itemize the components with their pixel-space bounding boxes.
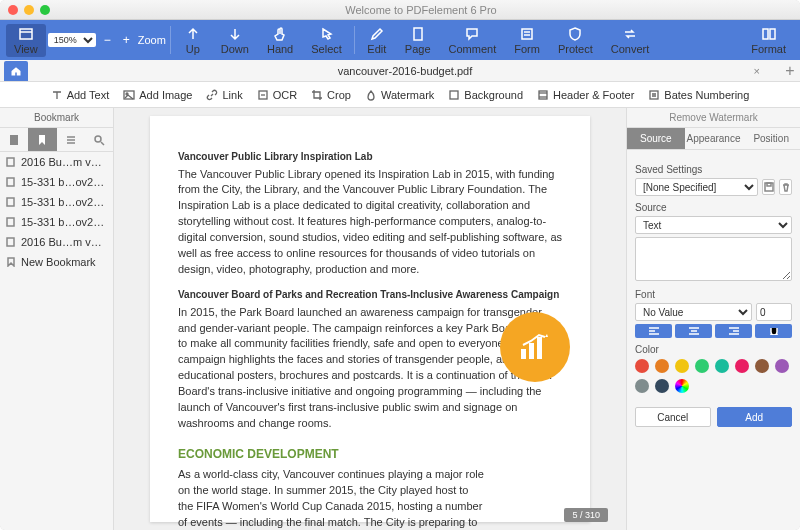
panel-title: Remove Watermark — [627, 108, 800, 128]
add-button[interactable]: Add — [717, 407, 793, 427]
main-toolbar: View 150% − + Zoom Up Down Hand Select E… — [0, 20, 800, 60]
down-button[interactable]: Down — [213, 24, 257, 57]
align-center-button[interactable] — [675, 324, 712, 338]
color-swatch[interactable] — [755, 359, 769, 373]
delete-preset-icon[interactable] — [779, 179, 792, 195]
color-label: Color — [635, 344, 792, 355]
underline-button[interactable] — [755, 324, 792, 338]
zoom-in-button[interactable]: + — [119, 33, 134, 47]
ocr-button[interactable]: OCR — [257, 89, 297, 101]
color-swatch[interactable] — [655, 359, 669, 373]
zoom-control: 150% − + Zoom — [48, 33, 166, 47]
svg-rect-19 — [7, 178, 14, 186]
document-tab[interactable]: vancouver-2016-budget.pdf × — [30, 65, 780, 77]
color-swatch[interactable] — [715, 359, 729, 373]
color-swatch[interactable] — [695, 359, 709, 373]
new-tab-button[interactable]: + — [780, 62, 800, 80]
select-button[interactable]: Select — [303, 24, 350, 57]
section-heading: Vancouver Public Library Inspiration Lab — [178, 150, 562, 165]
background-button[interactable]: Background — [448, 89, 523, 101]
watermark-button[interactable]: Watermark — [365, 89, 434, 101]
header-footer-button[interactable]: Header & Footer — [537, 89, 634, 101]
svg-rect-2 — [414, 28, 422, 40]
tab-appearance[interactable]: Appearance — [685, 128, 743, 149]
zoom-window[interactable] — [40, 5, 50, 15]
link-button[interactable]: Link — [206, 89, 242, 101]
source-select[interactable]: Text — [635, 216, 792, 234]
color-swatch[interactable] — [635, 379, 649, 393]
color-swatch[interactable] — [635, 359, 649, 373]
bookmark-item[interactable]: New Bookmark — [0, 252, 113, 272]
bookmark-item[interactable]: 15-331 b…ov24-04 — [0, 192, 113, 212]
sidebar-tab-search[interactable] — [85, 128, 113, 151]
svg-point-17 — [95, 136, 101, 142]
svg-rect-6 — [763, 29, 768, 39]
svg-rect-16 — [10, 135, 18, 145]
page-button[interactable]: Page — [397, 24, 439, 57]
sidebar: Bookmark 2016 Bu…m version 15-331 b…ov24… — [0, 108, 114, 530]
home-tab[interactable] — [4, 61, 28, 81]
up-button[interactable]: Up — [175, 24, 211, 57]
watermark-text-input[interactable] — [635, 237, 792, 281]
view-button[interactable]: View — [6, 24, 46, 57]
color-swatch[interactable] — [775, 359, 789, 373]
sidebar-tab-bookmarks[interactable] — [28, 128, 56, 151]
save-preset-icon[interactable] — [762, 179, 775, 195]
window-controls — [8, 5, 50, 15]
bookmark-item[interactable]: 15-331 b…ov24-04 — [0, 172, 113, 192]
page-indicator[interactable]: 5 / 310 — [564, 508, 608, 522]
svg-rect-0 — [20, 29, 32, 39]
form-button[interactable]: Form — [506, 24, 548, 57]
zoom-out-button[interactable]: − — [100, 33, 115, 47]
bates-button[interactable]: Bates Numbering — [648, 89, 749, 101]
add-text-button[interactable]: Add Text — [51, 89, 110, 101]
bookmark-list: 2016 Bu…m version 15-331 b…ov24-04 15-33… — [0, 152, 113, 530]
font-select[interactable]: No Value — [635, 303, 752, 321]
color-picker-icon[interactable] — [675, 379, 689, 393]
svg-rect-24 — [529, 343, 534, 359]
section-heading: Vancouver Board of Parks and Recreation … — [178, 288, 562, 303]
minimize-window[interactable] — [24, 5, 34, 15]
svg-rect-22 — [7, 238, 14, 246]
tab-source[interactable]: Source — [627, 128, 685, 149]
protect-button[interactable]: Protect — [550, 24, 601, 57]
close-tab-icon[interactable]: × — [754, 65, 760, 77]
svg-rect-26 — [765, 183, 773, 191]
body-text: As a world-class city, Vancouver continu… — [178, 467, 562, 530]
sidebar-tab-thumbnails[interactable] — [0, 128, 28, 151]
edit-button[interactable]: Edit — [359, 24, 395, 57]
font-label: Font — [635, 289, 792, 300]
add-image-button[interactable]: Add Image — [123, 89, 192, 101]
svg-rect-15 — [650, 91, 658, 99]
svg-rect-7 — [770, 29, 775, 39]
bookmark-item[interactable]: 2016 Bu…m version — [0, 232, 113, 252]
align-right-button[interactable] — [715, 324, 752, 338]
comment-button[interactable]: Comment — [441, 24, 505, 57]
format-button[interactable]: Format — [743, 24, 794, 57]
convert-button[interactable]: Convert — [603, 24, 658, 57]
window-title: Welcome to PDFelement 6 Pro — [50, 4, 792, 16]
close-window[interactable] — [8, 5, 18, 15]
saved-settings-label: Saved Settings — [635, 164, 792, 175]
crop-button[interactable]: Crop — [311, 89, 351, 101]
bookmark-item[interactable]: 2016 Bu…m version — [0, 152, 113, 172]
hand-button[interactable]: Hand — [259, 24, 301, 57]
section-heading-green: ECONOMIC DEVELOPMENT — [178, 446, 562, 463]
align-left-button[interactable] — [635, 324, 672, 338]
cancel-button[interactable]: Cancel — [635, 407, 711, 427]
document-area[interactable]: Vancouver Public Library Inspiration Lab… — [114, 108, 626, 530]
svg-rect-11 — [450, 91, 458, 99]
saved-settings-select[interactable]: [None Specified] — [635, 178, 758, 196]
tab-row: vancouver-2016-budget.pdf × + — [0, 60, 800, 82]
bookmark-item[interactable]: 15-331 b…ov24-04 — [0, 212, 113, 232]
color-swatch[interactable] — [735, 359, 749, 373]
zoom-select[interactable]: 150% — [48, 33, 96, 47]
color-swatch[interactable] — [675, 359, 689, 373]
svg-rect-18 — [7, 158, 14, 166]
tab-position[interactable]: Position — [742, 128, 800, 149]
source-label: Source — [635, 202, 792, 213]
color-swatch[interactable] — [655, 379, 669, 393]
font-size-input[interactable] — [756, 303, 792, 321]
sidebar-tab-outline[interactable] — [57, 128, 85, 151]
svg-rect-27 — [767, 183, 771, 186]
